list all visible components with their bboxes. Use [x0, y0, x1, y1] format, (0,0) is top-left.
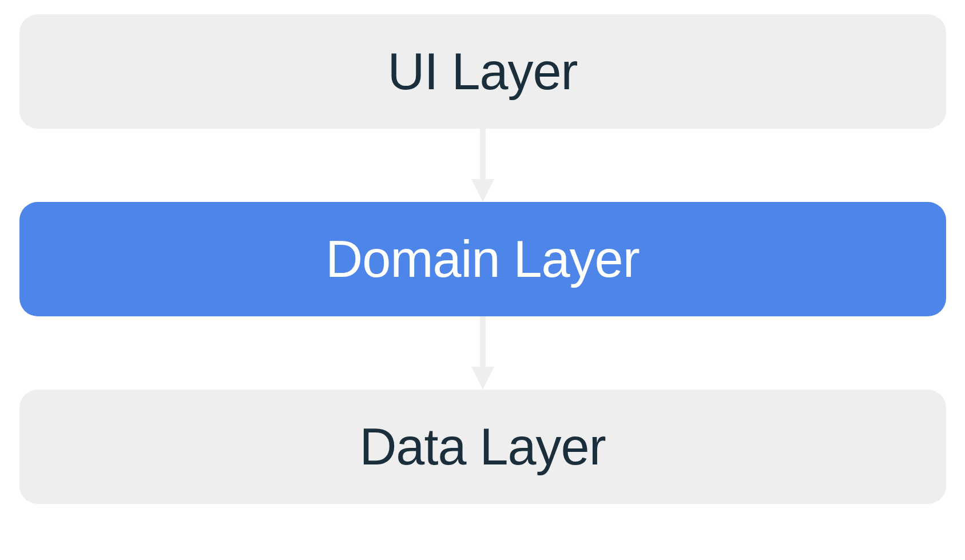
arrow-down-icon	[466, 129, 500, 202]
svg-marker-1	[471, 179, 494, 202]
data-layer-label: Data Layer	[359, 418, 605, 476]
domain-layer-box: Domain Layer	[19, 202, 946, 316]
ui-layer-box: UI Layer	[19, 14, 946, 129]
svg-marker-3	[471, 367, 494, 390]
arrow-domain-to-data	[466, 316, 500, 390]
ui-layer-label: UI Layer	[387, 42, 577, 101]
architecture-diagram: UI Layer Domain Layer Data Layer	[19, 14, 946, 504]
arrow-ui-to-domain	[466, 129, 500, 202]
domain-layer-label: Domain Layer	[325, 230, 639, 289]
arrow-down-icon	[466, 316, 500, 390]
data-layer-box: Data Layer	[19, 390, 946, 504]
